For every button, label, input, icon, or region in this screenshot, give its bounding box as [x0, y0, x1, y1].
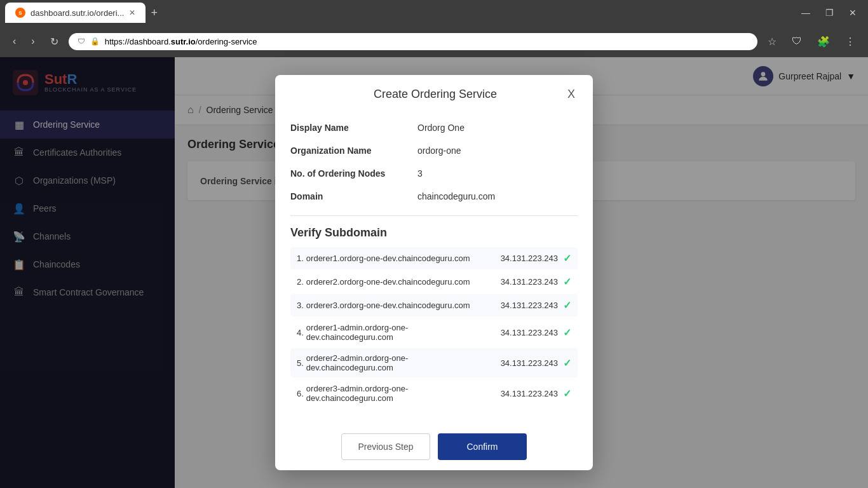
domain-label: Domain [290, 191, 417, 201]
domain-row: Domain chaincodeguru.com [290, 185, 578, 208]
subdomain-num: 4. [297, 328, 304, 337]
extension-shield-button[interactable]: 🛡 [787, 33, 807, 50]
org-name-label: Organization Name [290, 146, 417, 156]
display-name-value: Ordorg One [417, 123, 465, 133]
menu-button[interactable]: ⋮ [840, 33, 860, 50]
subdomain-ip: 34.131.223.243 [482, 328, 558, 337]
previous-step-button[interactable]: Previous Step [341, 433, 430, 460]
subdomain-row-2: 2. orderer2.ordorg-one-dev.chaincodeguru… [290, 271, 578, 293]
verified-checkmark-icon: ✓ [563, 276, 571, 288]
subdomain-name: orderer3-admin.ordorg-one-dev.chaincodeg… [306, 384, 482, 403]
subdomain-list: 1. orderer1.ordorg-one-dev.chaincodeguru… [290, 247, 578, 408]
org-name-value: ordorg-one [417, 146, 461, 156]
tab-title: dashboard.sutr.io/orderi... [31, 8, 124, 18]
subdomain-ip: 34.131.223.243 [482, 301, 558, 310]
modal-divider [290, 215, 578, 216]
subdomain-row-3: 3. orderer3.ordorg-one-dev.chaincodeguru… [290, 294, 578, 316]
verified-checkmark-icon: ✓ [563, 357, 571, 369]
verified-checkmark-icon: ✓ [563, 299, 571, 311]
display-name-label: Display Name [290, 123, 417, 133]
browser-maximize-button[interactable]: ❐ [819, 5, 840, 20]
subdomain-num: 5. [297, 358, 304, 368]
subdomain-num: 2. [297, 277, 304, 287]
subdomain-name: orderer1-admin.ordorg-one-dev.chaincodeg… [306, 323, 482, 342]
lock-icon: 🔒 [90, 37, 100, 46]
subdomain-ip: 34.131.223.243 [482, 254, 558, 263]
subdomain-num: 1. [297, 254, 304, 263]
bookmark-button[interactable]: ☆ [763, 33, 782, 50]
subdomain-row-6: 6. orderer3-admin.ordorg-one-dev.chainco… [290, 379, 578, 408]
modal-footer: Previous Step Confirm [275, 423, 593, 470]
modal-close-button[interactable]: X [565, 88, 578, 101]
subdomain-row-1: 1. orderer1.ordorg-one-dev.chaincodeguru… [290, 247, 578, 269]
org-name-row: Organization Name ordorg-one [290, 139, 578, 162]
tab-close-icon[interactable]: ✕ [129, 8, 135, 17]
modal-title: Create Ordering Service [306, 88, 565, 101]
domain-value: chaincodeguru.com [417, 191, 495, 201]
new-tab-button[interactable]: + [146, 4, 163, 22]
subdomain-name: orderer3.ordorg-one-dev.chaincodeguru.co… [306, 301, 482, 310]
subdomain-num: 6. [297, 389, 304, 398]
browser-minimize-button[interactable]: — [795, 5, 817, 20]
verified-checkmark-icon: ✓ [563, 388, 571, 400]
forward-button[interactable]: › [26, 33, 39, 50]
display-name-row: Display Name Ordorg One [290, 116, 578, 139]
subdomain-row-5: 5. orderer2-admin.ordorg-one-dev.chainco… [290, 348, 578, 377]
extensions-button[interactable]: 🧩 [812, 33, 835, 50]
address-bar[interactable]: 🛡 🔒 https://dashboard.sutr.io/ordering-s… [69, 33, 757, 50]
security-shield-icon: 🛡 [78, 37, 85, 46]
url-display: https://dashboard.sutr.io/ordering-servi… [105, 37, 257, 46]
create-ordering-modal: Create Ordering Service X Display Name O… [275, 75, 593, 470]
tab-favicon: S [15, 8, 25, 18]
subdomain-name: orderer2.ordorg-one-dev.chaincodeguru.co… [306, 277, 482, 287]
modal-body: Display Name Ordorg One Organization Nam… [275, 111, 593, 423]
ordering-nodes-row: No. of Ordering Nodes 3 [290, 162, 578, 185]
back-button[interactable]: ‹ [8, 33, 21, 50]
ordering-nodes-value: 3 [417, 168, 423, 179]
active-tab[interactable]: S dashboard.sutr.io/orderi... ✕ [5, 3, 146, 23]
modal-overlay: Create Ordering Service X Display Name O… [0, 57, 868, 488]
subdomain-ip: 34.131.223.243 [482, 389, 558, 398]
subdomain-ip: 34.131.223.243 [482, 277, 558, 287]
reload-button[interactable]: ↻ [45, 33, 64, 50]
browser-close-button[interactable]: ✕ [843, 5, 863, 20]
ordering-nodes-label: No. of Ordering Nodes [290, 168, 417, 179]
subdomain-ip: 34.131.223.243 [482, 358, 558, 368]
subdomain-num: 3. [297, 301, 304, 310]
subdomain-row-4: 4. orderer1-admin.ordorg-one-dev.chainco… [290, 318, 578, 347]
verified-checkmark-icon: ✓ [563, 327, 571, 339]
modal-header: Create Ordering Service X [275, 75, 593, 111]
confirm-button[interactable]: Confirm [438, 433, 527, 460]
subdomain-name: orderer1.ordorg-one-dev.chaincodeguru.co… [306, 254, 482, 263]
verified-checkmark-icon: ✓ [563, 252, 571, 264]
verify-subdomain-title: Verify Subdomain [290, 226, 578, 240]
subdomain-name: orderer2-admin.ordorg-one-dev.chaincodeg… [306, 353, 482, 372]
